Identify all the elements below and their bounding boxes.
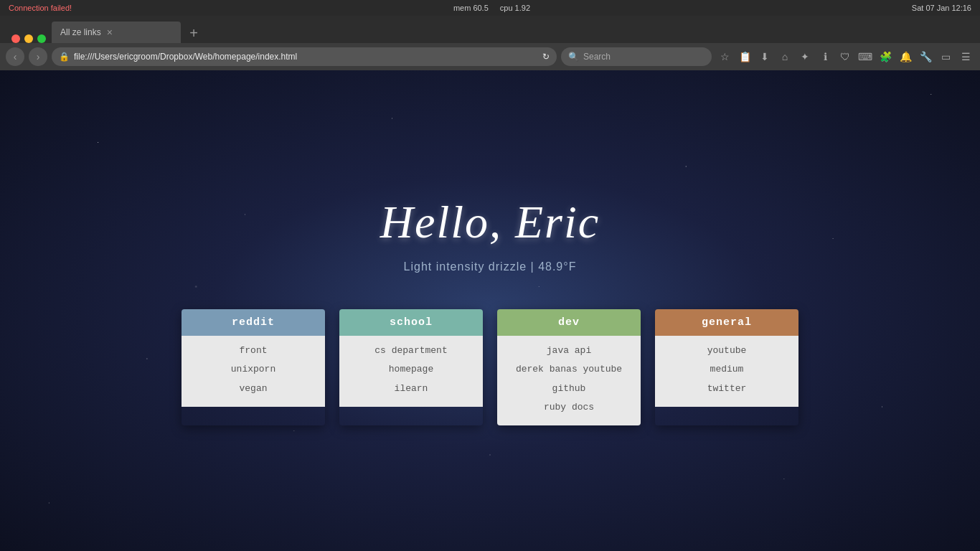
bookmark-star-icon[interactable]: ☆: [716, 48, 733, 65]
dev-link-java-api[interactable]: java api: [547, 343, 591, 359]
back-button[interactable]: ‹: [6, 47, 24, 66]
forward-button[interactable]: ›: [29, 47, 47, 66]
new-tab-button[interactable]: +: [184, 23, 204, 43]
general-card-header: general: [655, 309, 798, 336]
reddit-card-body: front unixporn vegan: [182, 336, 325, 406]
address-bar[interactable]: 🔒 file:///Users/ericgroom/Dropbox/Web/ho…: [52, 47, 557, 66]
dev-link-github[interactable]: github: [552, 381, 586, 397]
home-icon[interactable]: ⌂: [776, 48, 793, 65]
general-card-body: youtube medium twitter: [655, 336, 798, 406]
search-icon: 🔍: [568, 52, 579, 62]
school-card: school cs department homepage ilearn: [339, 309, 483, 425]
dev-link-derek-banas[interactable]: derek banas youtube: [516, 362, 622, 377]
dev-card-header: dev: [497, 309, 641, 336]
system-bar: Connection failed! mem 60.5 cpu 1.92 Sat…: [0, 0, 980, 16]
reddit-card-title: reddit: [232, 316, 275, 329]
notifications-icon[interactable]: 🔔: [897, 48, 914, 65]
shield-icon[interactable]: 🛡: [837, 48, 854, 65]
traffic-lights: [6, 34, 52, 43]
reddit-card-header: reddit: [182, 309, 325, 336]
nav-bar: ‹ › 🔒 file:///Users/ericgroom/Dropbox/We…: [0, 43, 980, 70]
menu-icon[interactable]: ☰: [957, 48, 974, 65]
close-button[interactable]: [11, 34, 20, 43]
reddit-link-front[interactable]: front: [239, 343, 267, 359]
system-stats: mem 60.5 cpu 1.92: [453, 4, 530, 12]
tools-icon[interactable]: 🔧: [917, 48, 934, 65]
connection-status: Connection failed!: [9, 4, 72, 12]
reddit-link-unixporn[interactable]: unixporn: [231, 362, 275, 377]
school-card-body: cs department homepage ilearn: [339, 336, 483, 406]
page-content: Hello, Eric Light intensity drizzle | 48…: [0, 70, 980, 551]
dev-card: dev java api derek banas youtube github …: [497, 309, 641, 425]
maximize-button[interactable]: [37, 34, 46, 43]
dev-link-ruby-docs[interactable]: ruby docs: [544, 400, 594, 415]
active-tab[interactable]: All ze links ×: [52, 22, 181, 43]
dev-card-title: dev: [558, 316, 580, 329]
reddit-link-vegan[interactable]: vegan: [239, 381, 267, 397]
school-card-title: school: [390, 316, 433, 329]
school-link-homepage[interactable]: homepage: [389, 362, 433, 377]
dev-card-body: java api derek banas youtube github ruby…: [497, 336, 641, 425]
keyboard-icon[interactable]: ⌨: [857, 48, 874, 65]
reader-icon[interactable]: 📋: [736, 48, 753, 65]
link-cards-container: reddit front unixporn vegan school cs de…: [182, 309, 798, 425]
general-link-twitter[interactable]: twitter: [707, 381, 747, 397]
info-icon[interactable]: ℹ: [816, 48, 834, 65]
reddit-card: reddit front unixporn vegan: [182, 309, 325, 425]
extensions-icon[interactable]: 🧩: [877, 48, 894, 65]
datetime: Sat 07 Jan 12:16: [912, 4, 971, 12]
cpu-stat: cpu 1.92: [500, 4, 530, 12]
reload-icon[interactable]: ↻: [542, 52, 550, 62]
mem-stat: mem 60.5: [453, 4, 489, 12]
school-link-cs[interactable]: cs department: [374, 343, 447, 359]
search-placeholder: Search: [583, 52, 611, 62]
general-link-medium[interactable]: medium: [710, 362, 744, 377]
tab-bar: All ze links × +: [0, 16, 980, 43]
download-icon[interactable]: ⬇: [756, 48, 773, 65]
general-link-youtube[interactable]: youtube: [707, 343, 747, 359]
search-bar[interactable]: 🔍 Search: [561, 47, 712, 66]
address-text: file:///Users/ericgroom/Dropbox/Web/home…: [74, 52, 538, 62]
address-icon: 🔒: [59, 52, 70, 62]
tab-list: All ze links × +: [52, 16, 974, 43]
minimize-button[interactable]: [24, 34, 33, 43]
browser-icons: ☆ 📋 ⬇ ⌂ ✦ ℹ 🛡 ⌨ 🧩 🔔 🔧 ▭ ☰: [716, 48, 974, 65]
school-card-header: school: [339, 309, 483, 336]
pocket-icon[interactable]: ✦: [796, 48, 814, 65]
weather-text: Light intensity drizzle | 48.9°F: [404, 260, 577, 273]
general-card-title: general: [702, 316, 752, 329]
greeting-heading: Hello, Eric: [380, 196, 600, 249]
tab-title: All ze links: [60, 27, 101, 37]
school-link-ilearn[interactable]: ilearn: [395, 381, 428, 397]
sidebar-icon[interactable]: ▭: [937, 48, 954, 65]
general-card: general youtube medium twitter: [655, 309, 798, 425]
tab-close-icon[interactable]: ×: [107, 27, 113, 37]
